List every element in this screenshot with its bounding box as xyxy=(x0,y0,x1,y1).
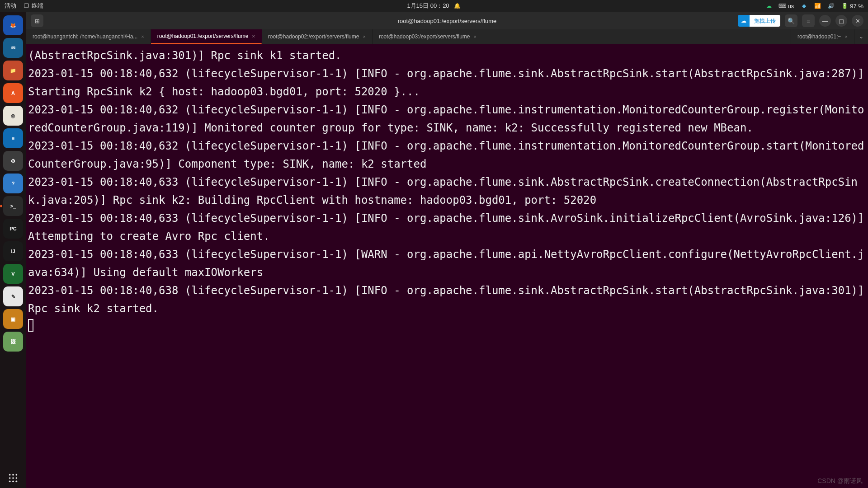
dock-app-writer[interactable]: ≡ xyxy=(3,128,23,148)
dock-app-software[interactable]: A xyxy=(3,83,23,103)
notification-bell-icon[interactable]: 🔔 xyxy=(454,2,461,9)
dock-app-settings[interactable]: ⚙ xyxy=(3,151,23,171)
dock-app-virtualbox[interactable]: ▣ xyxy=(3,309,23,329)
apps-grid-icon xyxy=(8,473,18,483)
terminal-tab[interactable]: root@hadoop01:/export/servers/flume× xyxy=(151,29,262,44)
upload-widget[interactable]: ☁ 拖拽上传 xyxy=(738,15,780,27)
ubuntu-dock: 🦊✉📁A◎≡⚙?>_PCIJV✎▣🖼 xyxy=(0,12,26,488)
wifi-icon[interactable]: 📶 xyxy=(814,2,821,9)
svg-point-6 xyxy=(9,481,11,483)
terminal-output[interactable]: (AbstractRpcSink.java:301)] Rpc sink k1 … xyxy=(26,44,868,488)
new-tab-button[interactable]: ⊞ xyxy=(31,14,43,27)
close-button[interactable]: ✕ xyxy=(852,15,863,27)
show-applications-button[interactable] xyxy=(3,468,23,488)
terminal-cursor xyxy=(28,319,33,332)
dock-app-pycharm[interactable]: PC xyxy=(3,219,23,239)
dock-app-files[interactable]: 📁 xyxy=(3,61,23,80)
dock-app-gedit[interactable]: ✎ xyxy=(3,286,23,306)
battery-label: 97 % xyxy=(850,3,863,9)
dock-active-indicator xyxy=(0,205,2,207)
clock[interactable]: 1月15日 00：20 xyxy=(407,2,449,10)
tray-cloud-icon[interactable]: ☁ xyxy=(765,2,773,9)
dock-app-rhythmbox[interactable]: ◎ xyxy=(3,106,23,126)
svg-point-1 xyxy=(12,474,14,476)
svg-point-2 xyxy=(16,474,18,476)
cloud-upload-icon: ☁ xyxy=(740,17,747,24)
tray-app-icon[interactable]: ◆ xyxy=(800,2,807,9)
panel-center: 1月15日 00：20 🔔 xyxy=(407,2,461,10)
terminal-tab[interactable]: root@hadoop02:/export/servers/flume× xyxy=(262,29,373,44)
terminal-tabbar: root@huangantchi: /home/huanganchi/Ha...… xyxy=(26,29,868,44)
svg-point-3 xyxy=(9,477,11,479)
hamburger-menu-button[interactable]: ≡ xyxy=(802,14,815,27)
activities-button[interactable]: 活动 xyxy=(5,2,16,10)
svg-point-7 xyxy=(12,481,14,483)
tab-close-icon[interactable]: × xyxy=(474,34,476,39)
svg-point-4 xyxy=(12,477,14,479)
window-title: root@hadoop01:/export/servers/flume xyxy=(398,18,496,24)
tab-label: root@huangantchi: /home/huanganchi/Ha... xyxy=(33,33,137,40)
svg-point-8 xyxy=(16,481,18,483)
gnome-top-panel: 活动 ❐ 终端 1月15日 00：20 🔔 ☁ ⌨ us ◆ 📶 🔊 🔋 97 … xyxy=(0,0,868,12)
terminal-window: ⊞ root@hadoop01:/export/servers/flume ☁ … xyxy=(26,12,868,488)
dock-app-help[interactable]: ? xyxy=(3,174,23,193)
input-method-indicator[interactable]: ⌨ us xyxy=(779,2,794,9)
search-button[interactable]: 🔍 xyxy=(785,14,797,27)
battery-indicator[interactable]: 🔋 97 % xyxy=(841,2,863,9)
tab-label: root@hadoop01:~ xyxy=(797,33,841,40)
minimize-button[interactable]: — xyxy=(819,15,831,27)
tab-label: root@hadoop03:/export/servers/flume xyxy=(379,33,470,40)
terminal-indicator-icon: ❐ xyxy=(23,2,30,9)
battery-icon: 🔋 xyxy=(841,2,848,9)
dock-app-image[interactable]: 🖼 xyxy=(3,332,23,352)
window-titlebar: ⊞ root@hadoop01:/export/servers/flume ☁ … xyxy=(26,12,868,29)
watermark: CSDN @雨诺风 xyxy=(817,477,863,485)
svg-point-0 xyxy=(9,474,11,476)
tab-dropdown-button[interactable]: ⌄ xyxy=(854,29,868,44)
tab-close-icon[interactable]: × xyxy=(845,34,848,39)
tab-close-icon[interactable]: × xyxy=(363,34,365,39)
terminal-tab[interactable]: root@huangantchi: /home/huanganchi/Ha...… xyxy=(26,29,151,44)
tab-label: root@hadoop02:/export/servers/flume xyxy=(268,33,359,40)
terminal-tab[interactable]: root@hadoop03:/export/servers/flume× xyxy=(373,29,483,44)
focused-app-menu[interactable]: ❐ 终端 xyxy=(23,2,43,10)
dock-app-thunderbird[interactable]: ✉ xyxy=(3,38,23,58)
terminal-tab[interactable]: root@hadoop01:~× xyxy=(791,29,854,44)
dock-app-terminal[interactable]: >_ xyxy=(3,196,23,216)
dock-app-vim[interactable]: V xyxy=(3,264,23,284)
keyboard-icon: ⌨ xyxy=(779,2,786,9)
svg-point-5 xyxy=(16,477,18,479)
dock-app-firefox[interactable]: 🦊 xyxy=(3,15,23,35)
upload-label: 拖拽上传 xyxy=(750,15,780,27)
volume-icon[interactable]: 🔊 xyxy=(827,2,835,9)
focused-app-label: 终端 xyxy=(32,2,43,10)
dock-app-intellij[interactable]: IJ xyxy=(3,241,23,261)
tab-close-icon[interactable]: × xyxy=(141,34,144,39)
maximize-button[interactable]: ▢ xyxy=(835,15,847,27)
tab-close-icon[interactable]: × xyxy=(252,33,255,39)
input-method-label: us xyxy=(788,3,794,9)
tab-label: root@hadoop01:/export/servers/flume xyxy=(157,33,249,39)
